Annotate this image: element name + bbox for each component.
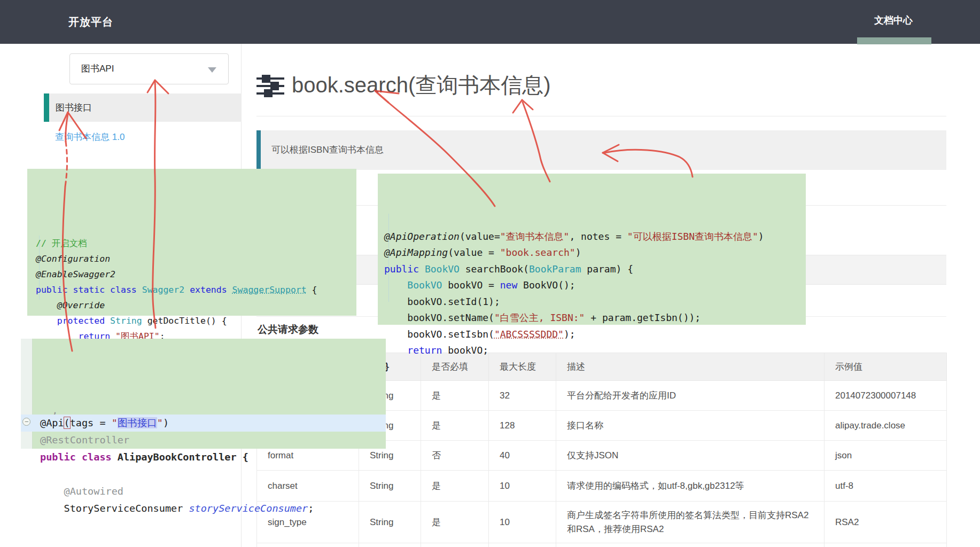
table-cell-description: 请求使用的编码格式，如utf-8,gbk,gb2312等 (556, 471, 825, 502)
table-cell-example: 2014072300007148 (825, 381, 947, 411)
table-cell-example: utf-8 (825, 471, 947, 502)
code-line: StoryServiceConsumer storyServiceConsume… (40, 500, 386, 517)
code-line: @ApiOperation(value="查询书本信息", notes = "可… (384, 229, 806, 245)
table-cell-description: 仅支持JSON (556, 441, 825, 471)
code-line (40, 466, 386, 483)
code-line: @Override (36, 298, 356, 313)
code-line: // 开启文档 (36, 236, 356, 251)
table-cell-empty (489, 543, 556, 547)
code-line: @EnableSwagger2 (36, 267, 356, 282)
table-cell-empty (556, 543, 825, 547)
table-cell-max_length: 128 (489, 411, 556, 441)
table-cell-description: 接口名称 (556, 411, 825, 441)
nav-active-tab-underline (857, 37, 931, 44)
table-cell-max_length: 40 (489, 441, 556, 471)
table-header-cell: 示例值 (825, 353, 947, 381)
table-cell-required: 是 (421, 471, 489, 502)
code-line: bookVO.setIsbn("ABCSSSSDDD"); (384, 326, 806, 343)
sidebar-item-label: 图书接口 (56, 93, 92, 122)
code-line: bookVO.setId(1); (384, 294, 806, 310)
table-cell-required: 是 (421, 381, 489, 411)
code-line: @Configuration (36, 251, 356, 267)
banner-text: 可以根据ISBN查询书本信息 (271, 130, 384, 170)
active-item-accent-bar (44, 93, 49, 122)
top-navbar: 开放平台 文档中心 (0, 0, 980, 44)
table-cell-max_length: 32 (489, 381, 556, 411)
code-line: protected String getDocTitle() { (36, 313, 356, 329)
page-title: book.search(查询书本信息) (292, 71, 551, 100)
sidebar-subitem-search-book[interactable]: 查询书本信息 1.0 (55, 131, 125, 144)
table-cell-empty (257, 543, 359, 547)
table-cell-description: 商户生成签名字符串所使用的签名算法类型，目前支持RSA2和RSA，推荐使用RSA… (556, 502, 825, 543)
code-line: } (384, 359, 806, 376)
table-cell-empty (421, 543, 489, 547)
chevron-down-icon (208, 67, 216, 73)
code-line: @Autowired (40, 483, 386, 500)
code-line: @Api(tags = "图书接口") (21, 415, 386, 432)
table-cell-max_length: 10 (489, 502, 556, 543)
code-line: , (40, 407, 386, 415)
code-screenshot-search-method: @ApiOperation(value="查询书本信息", notes = "可… (378, 174, 806, 325)
code-line: public BookVO searchBook(BookParam param… (384, 261, 806, 278)
code-screenshot-controller: − ,@Api(tags = "图书接口")@RestControllerpub… (21, 339, 386, 449)
table-cell-example: RSA2 (825, 502, 947, 543)
table-cell-example: alipay.trade.close (825, 411, 947, 441)
code-line: public static class Swagger2 extends Swa… (36, 282, 356, 298)
code-screenshot-swagger-config: // 开启文档@Configuration@EnableSwagger2publ… (27, 169, 356, 316)
table-cell-required: 是 (421, 502, 489, 543)
table-cell-required: 否 (421, 441, 489, 471)
table-cell-description: 平台分配给开发者的应用ID (556, 381, 825, 411)
table-cell-example: json (825, 441, 947, 471)
api-group-dropdown[interactable]: 图书API (69, 53, 229, 84)
editor-gutter (21, 339, 33, 449)
code-fold-icon: − (22, 418, 30, 426)
description-banner: 可以根据ISBN查询书本信息 (256, 130, 946, 170)
table-row-clipped (257, 543, 947, 547)
api-group-dropdown-value: 图书API (81, 54, 114, 84)
code-line: return bookVO; (384, 342, 806, 359)
sliders-icon (256, 75, 284, 99)
title-divider (256, 116, 946, 116)
table-cell-empty (359, 543, 421, 547)
code-line: public class AlipayBookController { (40, 449, 386, 466)
table-cell-empty (825, 543, 947, 547)
code-line: bookVO.setName("白雪公主, ISBN:" + param.get… (384, 310, 806, 326)
sidebar-item-book-interface[interactable]: 图书接口 (44, 93, 242, 122)
brand-title: 开放平台 (68, 0, 113, 44)
banner-accent-bar (256, 130, 261, 170)
code-line: @ApiMapping(value = "book.search") (384, 245, 806, 261)
table-cell-required: 是 (421, 411, 489, 441)
table-cell-max_length: 10 (489, 471, 556, 502)
code-line: @RestController (40, 432, 386, 449)
code-line: BookVO bookVO = new BookVO(); (384, 277, 806, 294)
